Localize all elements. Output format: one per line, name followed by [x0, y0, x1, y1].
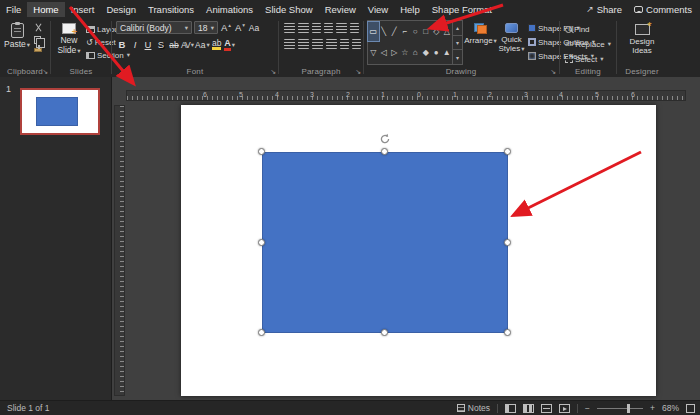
shape-triangle-down-icon[interactable]: ▽ [368, 43, 379, 62]
quick-styles-button[interactable]: Quick Styles▾ [497, 20, 526, 63]
shape-house-icon[interactable]: ⌂ [410, 43, 421, 62]
zoom-level[interactable]: 68% [662, 403, 679, 413]
arrange-button[interactable]: Arrange▾ [466, 20, 495, 63]
slideshow-view-icon[interactable] [559, 404, 570, 413]
slide-editing-surface[interactable] [181, 105, 656, 396]
slide-sorter-view-icon[interactable] [523, 404, 534, 413]
text-direction-icon[interactable] [336, 23, 347, 33]
font-size-combo[interactable]: 18▾ [194, 21, 218, 34]
font-dialog-launcher-icon[interactable]: ↘ [270, 68, 276, 76]
decrease-indent-icon[interactable] [312, 23, 321, 33]
shape-star-icon[interactable]: ☆ [400, 43, 411, 62]
handle-top-right[interactable] [504, 148, 511, 155]
zoom-slider-thumb[interactable] [627, 404, 630, 413]
character-spacing-button[interactable]: AV▾ [181, 38, 194, 51]
handle-bottom-left[interactable] [258, 329, 265, 336]
tab-review[interactable]: Review [319, 2, 362, 17]
shape-rectangle-icon[interactable]: ▭ [368, 22, 379, 41]
normal-view-icon[interactable] [505, 404, 516, 413]
grow-font-button[interactable]: A▴ [220, 21, 232, 34]
find-button[interactable]: Find [565, 23, 611, 35]
ruler-number: 6 [631, 91, 635, 98]
font-color-button[interactable]: A▾ [224, 38, 236, 51]
numbering-icon[interactable] [298, 23, 309, 33]
format-painter-icon[interactable] [34, 48, 42, 52]
align-right-icon[interactable] [312, 39, 323, 49]
tab-slide-show[interactable]: Slide Show [259, 2, 319, 17]
cut-icon[interactable] [34, 23, 43, 32]
bullets-icon[interactable] [284, 23, 295, 33]
shape-square-icon[interactable]: □ [421, 22, 432, 41]
shrink-font-button[interactable]: A▾ [234, 21, 246, 34]
shape-diamond-filled-icon[interactable]: ◆ [421, 43, 432, 62]
drawing-dialog-launcher-icon[interactable]: ↘ [550, 68, 556, 76]
tab-help[interactable]: Help [394, 2, 426, 17]
paste-icon [11, 23, 24, 38]
shape-triangle-icon[interactable]: △ [442, 22, 453, 41]
shape-oval-icon[interactable]: ○ [410, 22, 421, 41]
shape-elbow-icon[interactable]: ⌐ [400, 22, 411, 41]
paragraph-dialog-launcher-icon[interactable]: ↘ [355, 68, 361, 76]
design-ideas-button[interactable]: Design Ideas [622, 21, 662, 61]
clear-formatting-button[interactable]: Aa [248, 21, 260, 34]
handle-middle-right[interactable] [504, 239, 511, 246]
tab-file[interactable]: File [0, 2, 27, 17]
shape-line-icon[interactable]: ╲ [379, 22, 390, 41]
slide-thumbnail-1[interactable] [20, 88, 100, 135]
comments-label: Comments [646, 4, 692, 15]
zoom-out-button[interactable]: − [585, 403, 590, 413]
underline-button[interactable]: U [142, 38, 154, 51]
tab-home[interactable]: Home [27, 2, 64, 17]
strikethrough-button[interactable]: ab [168, 38, 180, 51]
highlight-color-button[interactable]: ab [211, 38, 223, 51]
select-button[interactable]: Select▾ [565, 53, 611, 65]
handle-middle-left[interactable] [258, 239, 265, 246]
increase-indent-icon[interactable] [324, 23, 333, 33]
font-name-combo[interactable]: Calibri (Body)▾ [116, 21, 192, 34]
bold-button[interactable]: B [116, 38, 128, 51]
tab-transitions[interactable]: Transitions [142, 2, 200, 17]
handle-bottom-center[interactable] [381, 329, 388, 336]
paste-button[interactable]: Paste▾ [3, 20, 31, 62]
handle-bottom-right[interactable] [504, 329, 511, 336]
align-left-icon[interactable] [284, 39, 295, 49]
tab-view[interactable]: View [362, 2, 394, 17]
clipboard-dialog-launcher-icon[interactable]: ↘ [42, 68, 48, 76]
comments-button[interactable]: Comments [634, 4, 692, 15]
replace-button[interactable]: abReplace▾ [565, 38, 611, 50]
new-slide-button[interactable]: New Slide▾ [53, 20, 85, 62]
handle-top-center[interactable] [381, 148, 388, 155]
shape-diamond-icon[interactable]: ◇ [431, 22, 442, 41]
change-case-button[interactable]: Aa▾ [195, 38, 210, 51]
shape-circle-filled-icon[interactable]: ● [431, 43, 442, 62]
shape-line-alt-icon[interactable]: ╱ [389, 22, 400, 41]
tab-design[interactable]: Design [100, 2, 142, 17]
zoom-in-button[interactable]: + [650, 403, 655, 413]
shape-triangle-filled-icon[interactable]: ▲ [442, 43, 453, 62]
blue-rectangle-shape[interactable] [262, 152, 508, 333]
copy-icon[interactable] [34, 36, 41, 44]
handle-top-left[interactable] [258, 148, 265, 155]
italic-button[interactable]: I [129, 38, 141, 51]
zoom-slider[interactable] [597, 408, 643, 409]
shape-triangle-right-icon[interactable]: ▷ [389, 43, 400, 62]
align-center-icon[interactable] [298, 39, 309, 49]
shape-triangle-left-icon[interactable]: ◁ [379, 43, 390, 62]
tab-insert[interactable]: Insert [65, 2, 101, 17]
reading-view-icon[interactable] [541, 404, 552, 413]
tab-animations[interactable]: Animations [200, 2, 259, 17]
shapes-more-icon[interactable]: ▾ [453, 49, 462, 64]
design-ideas-icon [635, 24, 650, 35]
rotate-handle-icon[interactable] [379, 133, 391, 147]
columns-icon[interactable] [340, 39, 349, 49]
text-shadow-button[interactable]: S [155, 38, 167, 51]
shapes-scroll-down-icon[interactable]: ▾ [453, 35, 462, 50]
fit-to-window-icon[interactable] [686, 404, 695, 413]
tab-shape-format[interactable]: Shape Format [426, 2, 498, 17]
notes-toggle-button[interactable]: Notes [457, 403, 490, 413]
shapes-scroll-up-icon[interactable]: ▴ [453, 21, 462, 35]
justify-icon[interactable] [326, 39, 337, 49]
line-spacing-icon[interactable] [350, 23, 359, 33]
align-text-icon[interactable] [352, 39, 361, 49]
share-button[interactable]: ↗ Share [586, 4, 622, 15]
